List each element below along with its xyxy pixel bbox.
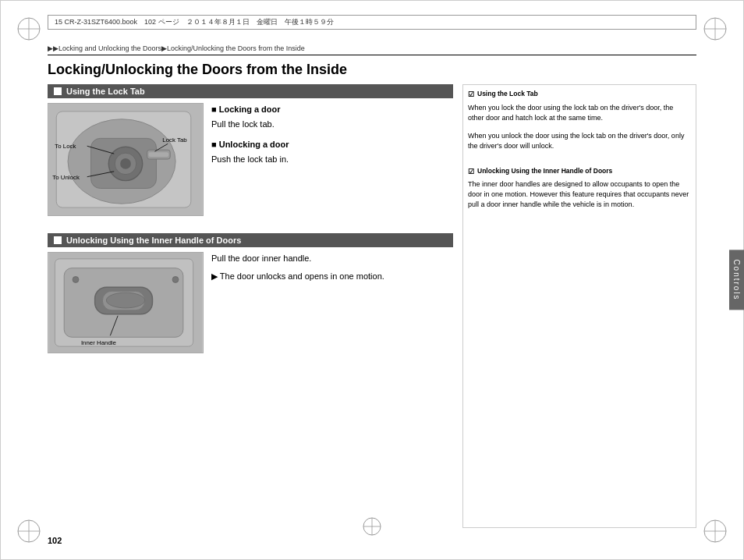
svg-text:Lock Tab: Lock Tab [162, 136, 187, 144]
section2-header: Unlocking Using the Inner Handle of Door… [48, 233, 453, 247]
two-column-layout: Using the Lock Tab [48, 84, 696, 528]
section2-body: Inner Handle Pull the door inner handle.… [48, 252, 453, 358]
section2-text2: The door unlocks and opens in one motion… [211, 270, 453, 283]
corner-br-decoration [701, 517, 729, 545]
breadcrumb-text: ▶▶Locking and Unlocking the Doors▶Lockin… [48, 44, 305, 52]
section2-text1: Pull the door inner handle. [211, 252, 453, 265]
breadcrumb: ▶▶Locking and Unlocking the Doors▶Lockin… [48, 44, 696, 55]
section2-header-square [54, 236, 62, 244]
page-number: 102 [48, 536, 62, 545]
svg-point-18 [120, 158, 131, 169]
meta-bar: 15 CR-Z-31SZT6400.book 102 ページ ２０１４年８月１日… [48, 15, 696, 30]
svg-point-33 [73, 277, 79, 283]
content-area: Locking/Unlocking the Doors from the Ins… [48, 62, 696, 528]
locking-text: Pull the lock tab. [211, 118, 453, 131]
section2-text: Pull the door inner handle. The door unl… [211, 252, 453, 358]
svg-point-34 [172, 277, 179, 283]
svg-text:To Unlock: To Unlock [52, 174, 80, 181]
svg-text:To Lock: To Lock [55, 143, 76, 150]
locking-heading: Locking a door [211, 103, 453, 116]
inner-handle-image: Inner Handle [48, 252, 204, 353]
svg-text:Inner Handle: Inner Handle [81, 339, 117, 346]
right-section1-text2: When you unlock the door using the lock … [468, 131, 691, 151]
corner-tl-decoration [15, 15, 43, 43]
unlocking-text: Push the lock tab in. [211, 153, 453, 166]
right-column: Using the Lock Tab When you lock the doo… [462, 84, 696, 528]
section1-header: Using the Lock Tab [48, 84, 453, 98]
page-title: Locking/Unlocking the Doors from the Ins… [48, 62, 696, 78]
svg-rect-20 [149, 152, 169, 157]
right-section2-title: Unlocking Using the Inner Handle of Door… [468, 167, 691, 177]
meta-text: 15 CR-Z-31SZT6400.book 102 ページ ２０１４年８月１日… [55, 17, 334, 27]
side-tab: Controls [729, 250, 744, 310]
right-section2-text: The inner door handles are designed to a… [468, 179, 691, 210]
section2-header-text: Unlocking Using the Inner Handle of Door… [66, 236, 241, 245]
right-section1-text1: When you lock the door using the lock ta… [468, 103, 691, 123]
svg-point-32 [106, 292, 144, 308]
lock-tab-image: To Lock To Unlock Lock Tab [48, 103, 204, 216]
unlocking-heading: Unlocking a door [211, 138, 453, 151]
left-column: Using the Lock Tab [48, 84, 453, 528]
corner-tr-decoration [701, 15, 729, 43]
right-section1-title: Using the Lock Tab [468, 90, 691, 100]
section1-header-square [54, 87, 62, 95]
section1-body: To Lock To Unlock Lock Tab Locking a doo… [48, 103, 453, 224]
section1-text: Locking a door Pull the lock tab. Unlock… [211, 103, 453, 224]
corner-bl-decoration [15, 517, 43, 545]
section1-header-text: Using the Lock Tab [66, 87, 145, 96]
page-wrapper: 15 CR-Z-31SZT6400.book 102 ページ ２０１４年８月１日… [0, 0, 744, 560]
bottom-crosshair-decoration [360, 515, 384, 541]
